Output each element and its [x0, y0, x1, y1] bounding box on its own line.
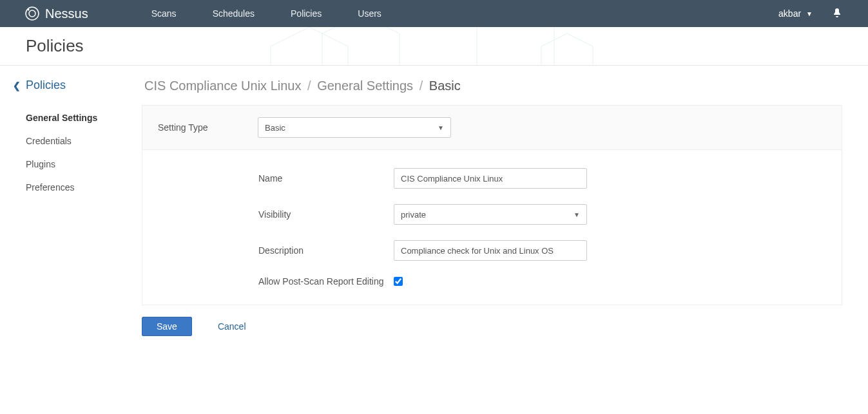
save-button[interactable]: Save	[142, 317, 192, 336]
sidebar-item-credentials[interactable]: Credentials	[13, 129, 142, 153]
top-nav: Nessus Scans Schedules Policies Users ak…	[0, 0, 868, 27]
breadcrumb-sep: /	[420, 79, 423, 93]
form-actions: Save Cancel	[142, 317, 842, 336]
nav-users[interactable]: Users	[340, 0, 400, 27]
svg-point-2	[28, 9, 30, 11]
nav-scans[interactable]: Scans	[133, 0, 195, 27]
page-title: Policies	[26, 36, 868, 56]
sidebar: ❮ Policies General Settings Credentials …	[0, 79, 142, 336]
breadcrumb: CIS Compliance Unix Linux / General Sett…	[142, 79, 842, 93]
logo[interactable]: Nessus	[0, 0, 108, 27]
sidebar-item-label: Plugins	[26, 159, 55, 169]
nav-policies[interactable]: Policies	[273, 0, 340, 27]
caret-down-icon: ▼	[574, 211, 580, 218]
main-layout: ❮ Policies General Settings Credentials …	[0, 66, 868, 336]
logo-text: Nessus	[45, 6, 88, 21]
nav-links: Scans Schedules Policies Users	[108, 0, 778, 27]
notifications-button[interactable]	[832, 8, 842, 20]
nav-schedules[interactable]: Schedules	[195, 0, 273, 27]
user-menu[interactable]: akbar ▼	[778, 8, 813, 19]
sidebar-item-general-settings[interactable]: General Settings	[13, 106, 142, 129]
sidebar-back-label: Policies	[26, 79, 66, 92]
description-label: Description	[258, 245, 394, 256]
breadcrumb-current: Basic	[429, 79, 461, 93]
main-content: CIS Compliance Unix Linux / General Sett…	[142, 79, 868, 336]
user-name-label: akbar	[778, 8, 801, 19]
sidebar-item-label: Credentials	[26, 136, 72, 146]
panel-body: Name Visibility private ▼ Description Al…	[142, 150, 842, 305]
caret-down-icon: ▼	[806, 10, 813, 17]
row-allow-post: Allow Post-Scan Report Editing	[258, 276, 826, 287]
allow-post-checkbox[interactable]	[394, 277, 403, 286]
page-header: Policies	[0, 27, 868, 66]
panel-top: Setting Type Basic ▼	[142, 106, 842, 150]
description-input[interactable]	[394, 240, 587, 261]
allow-post-label: Allow Post-Scan Report Editing	[258, 276, 394, 287]
setting-type-value: Basic	[265, 123, 285, 133]
sidebar-item-preferences[interactable]: Preferences	[13, 176, 142, 199]
sidebar-item-plugins[interactable]: Plugins	[13, 153, 142, 176]
sidebar-back-link[interactable]: ❮ Policies	[13, 79, 142, 92]
settings-panel: Setting Type Basic ▼ Name Visibility pri…	[142, 105, 842, 305]
bell-icon	[832, 8, 842, 18]
sidebar-item-label: Preferences	[26, 182, 74, 193]
setting-type-label: Setting Type	[158, 122, 258, 133]
cancel-link[interactable]: Cancel	[218, 321, 246, 332]
chevron-left-icon: ❮	[13, 80, 21, 91]
sidebar-item-label: General Settings	[26, 113, 97, 123]
nessus-logo-icon	[24, 6, 40, 21]
svg-point-1	[29, 10, 35, 17]
breadcrumb-policy[interactable]: CIS Compliance Unix Linux	[144, 79, 301, 93]
row-visibility: Visibility private ▼	[258, 204, 826, 225]
breadcrumb-sep: /	[307, 79, 311, 93]
visibility-label: Visibility	[258, 209, 394, 220]
visibility-value: private	[401, 210, 426, 220]
name-label: Name	[258, 173, 394, 183]
user-area: akbar ▼	[778, 8, 855, 20]
visibility-select[interactable]: private ▼	[394, 204, 587, 225]
row-description: Description	[258, 240, 826, 261]
breadcrumb-section[interactable]: General Settings	[317, 79, 413, 93]
row-name: Name	[258, 168, 826, 189]
setting-type-select[interactable]: Basic ▼	[258, 117, 451, 138]
name-input[interactable]	[394, 168, 587, 189]
caret-down-icon: ▼	[438, 124, 444, 131]
